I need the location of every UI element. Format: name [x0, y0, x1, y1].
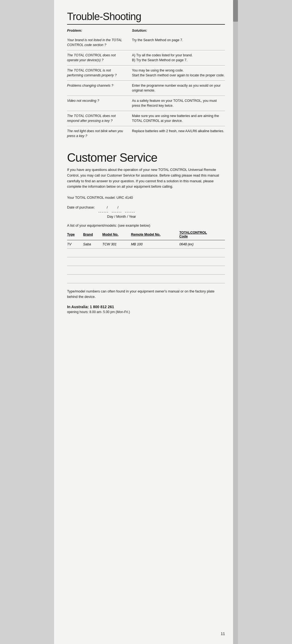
cell-brand: Saba — [83, 240, 102, 248]
table-row-empty — [67, 248, 225, 257]
solution-text: Enter the programme number exactly as yo… — [132, 83, 225, 93]
cell-empty — [67, 266, 83, 274]
page-container: Trouble-Shooting Problem: Solution: Your… — [54, 0, 238, 644]
page-title: Trouble-Shooting — [67, 11, 225, 22]
problem-text: The red light does not blink when you pr… — [67, 129, 132, 138]
col-header-totalcontrol-code: TOTALCONTROLCode — [179, 231, 225, 240]
solution-text: Try the Search Method on page 7. — [132, 38, 225, 47]
table-row: The red light does not blink when you pr… — [67, 126, 225, 141]
col-header-remote-model-no: Remote Model No. — [131, 231, 179, 240]
cell-empty — [67, 248, 83, 257]
scrollbar-thumb[interactable] — [233, 0, 238, 22]
col-header-type: Type — [67, 231, 83, 240]
table-row: Problems changing channels ? Enter the p… — [67, 81, 225, 96]
problem-text: The TOTAL CONTROL does not operate your … — [67, 53, 132, 63]
table-row-empty — [67, 274, 225, 283]
customer-service-title: Customer Service — [67, 151, 225, 164]
cell-empty — [67, 257, 83, 266]
table-row-empty — [67, 257, 225, 266]
table-row: The TOTAL CONTROL does not respond after… — [67, 111, 225, 126]
cell-totalcontrol-code: 0648 (ex) — [179, 240, 225, 248]
problem-text: Your brand is not listed in the TOTAL CO… — [67, 38, 132, 47]
footnote: Type/model numbers can often found in yo… — [67, 289, 225, 300]
col-header-brand: Brand — [83, 231, 102, 240]
troubleshooting-table: Your brand is not listed in the TOTAL CO… — [67, 35, 225, 141]
problem-header: Problem: — [67, 28, 132, 32]
cell-empty — [131, 266, 179, 274]
problem-text: Problems changing channels ? — [67, 83, 132, 93]
col-header-model-no: Model No. — [102, 231, 131, 240]
cs-intro: If you have any questions about the oper… — [67, 167, 225, 190]
solution-text: Replace batteries with 2 fresh, new AA/L… — [132, 129, 225, 138]
solution-header: Solution: — [132, 28, 225, 32]
model-line: Your TOTAL CONTROL model: URC 4140 — [67, 195, 225, 200]
cell-empty — [131, 257, 179, 266]
solution-text: You may be using the wrong code.Start th… — [132, 68, 225, 78]
table-row: Video not recording ? As a safety featur… — [67, 96, 225, 111]
date-of-purchase-label: Date of purchase: — [67, 205, 95, 209]
date-dashes: ------ ------ ------ — [98, 210, 225, 214]
table-header-row: Problem: Solution: — [67, 28, 225, 32]
cell-empty — [131, 274, 179, 283]
cell-model-no: TCW 301 — [102, 240, 131, 248]
cell-empty — [102, 257, 131, 266]
problem-text: The TOTAL CONTROL does not respond after… — [67, 114, 132, 123]
purchase-line: Date of purchase: / / — [67, 205, 225, 209]
section-divider — [67, 24, 225, 25]
cell-empty — [83, 257, 102, 266]
equipment-table: Type Brand Model No. Remote Model No. TO… — [67, 231, 225, 283]
cell-empty — [131, 248, 179, 257]
cell-empty — [179, 274, 225, 283]
equipment-list-intro: A list of your equipment/models: (see ex… — [67, 223, 225, 227]
page-number: 11 — [221, 632, 225, 636]
cell-empty — [179, 248, 225, 257]
table-row: Your brand is not listed in the TOTAL CO… — [67, 35, 225, 50]
australia-phone: In Australia: 1 800 812 261 — [67, 305, 225, 309]
table-row-empty — [67, 266, 225, 274]
purchase-section: Date of purchase: / / ------ ------ ----… — [67, 205, 225, 219]
cell-empty — [67, 274, 83, 283]
table-row-example: TV Saba TCW 301 MB 100 0648 (ex) — [67, 240, 225, 248]
table-row: The TOTAL CONTROL does not operate your … — [67, 50, 225, 66]
table-row: The TOTAL CONTROL is not performing comm… — [67, 66, 225, 81]
cell-empty — [102, 274, 131, 283]
date-slash-1: / / — [97, 205, 118, 209]
cell-empty — [83, 274, 102, 283]
cell-empty — [83, 266, 102, 274]
cell-remote-model-no: MB 100 — [131, 240, 179, 248]
solution-text: Make sure you are using new batteries an… — [132, 114, 225, 123]
solution-text: A) Try all the codes listed for your bra… — [132, 53, 225, 63]
cell-empty — [179, 257, 225, 266]
problem-text: The TOTAL CONTROL is not performing comm… — [67, 68, 132, 78]
opening-hours: opening hours: 8.00 am- 5.00 pm (Mon-Fri… — [67, 310, 225, 314]
scrollbar[interactable] — [233, 0, 238, 644]
cell-empty — [102, 248, 131, 257]
cell-empty — [83, 248, 102, 257]
cell-empty — [102, 266, 131, 274]
table-header-row: Type Brand Model No. Remote Model No. TO… — [67, 231, 225, 240]
cell-empty — [179, 266, 225, 274]
date-labels: Day / Month / Year — [107, 214, 225, 219]
solution-text: As a safety feature on your TOTAL CONTRO… — [132, 99, 225, 108]
problem-text: Video not recording ? — [67, 99, 132, 108]
cell-type: TV — [67, 240, 83, 248]
